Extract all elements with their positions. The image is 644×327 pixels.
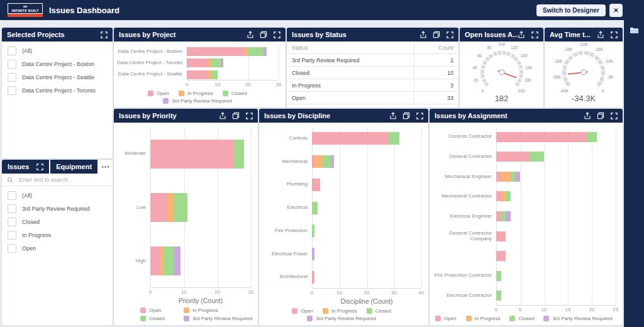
maximize-icon[interactable] bbox=[610, 112, 618, 119]
duplicate-icon[interactable] bbox=[597, 112, 604, 119]
bar-segment[interactable] bbox=[150, 193, 167, 222]
axis-title: Discipline (Count) bbox=[312, 296, 421, 306]
bar-segment[interactable] bbox=[221, 58, 224, 67]
bar-segment[interactable] bbox=[187, 47, 245, 56]
bar-segment[interactable] bbox=[312, 132, 389, 145]
bar-segment[interactable] bbox=[496, 291, 501, 301]
switch-to-designer-button[interactable]: Switch to Designer bbox=[536, 4, 606, 16]
duplicate-icon[interactable] bbox=[433, 31, 440, 38]
search-input[interactable] bbox=[18, 176, 108, 184]
bar-segment[interactable] bbox=[187, 58, 208, 67]
checkbox-item[interactable]: Closed bbox=[2, 215, 113, 228]
checkbox[interactable] bbox=[8, 204, 16, 213]
checkbox-item[interactable]: Data Centre Project - Toronto bbox=[2, 84, 113, 97]
bar-segment[interactable] bbox=[314, 155, 323, 168]
bar-segment[interactable] bbox=[312, 224, 314, 237]
export-icon[interactable] bbox=[518, 31, 525, 38]
checkbox-item[interactable]: Data Centre Project - Seattle bbox=[2, 70, 113, 84]
checkbox[interactable] bbox=[8, 47, 16, 55]
bar-segment[interactable] bbox=[312, 202, 318, 214]
folder-icon[interactable] bbox=[630, 25, 639, 33]
checkbox-item[interactable]: 3rd Party Review Required bbox=[2, 202, 113, 215]
bar-segment[interactable] bbox=[496, 132, 587, 142]
bar-segment[interactable] bbox=[312, 179, 320, 191]
bar-segment[interactable] bbox=[331, 155, 333, 168]
bar-segment[interactable] bbox=[496, 231, 506, 241]
table-row[interactable]: Closed10 bbox=[287, 67, 458, 79]
bar-segment[interactable] bbox=[211, 70, 218, 79]
bar-segment[interactable] bbox=[496, 271, 501, 281]
category-label: Electrical Contractor bbox=[432, 293, 496, 299]
checkbox[interactable] bbox=[8, 244, 16, 253]
checkbox[interactable] bbox=[8, 86, 16, 95]
bar-segment[interactable] bbox=[174, 193, 187, 222]
export-icon[interactable] bbox=[419, 31, 427, 38]
export-icon[interactable] bbox=[389, 112, 397, 119]
checkbox[interactable] bbox=[8, 73, 16, 82]
bar-segment[interactable] bbox=[312, 271, 314, 284]
column-header-count[interactable]: Count bbox=[414, 42, 458, 54]
maximize-icon[interactable] bbox=[36, 163, 43, 170]
checkbox[interactable] bbox=[8, 191, 16, 200]
maximize-icon[interactable] bbox=[531, 31, 538, 38]
export-icon[interactable] bbox=[584, 112, 591, 119]
checkbox-item[interactable]: Data Centre Project - Boston bbox=[2, 57, 113, 70]
bar-segment[interactable] bbox=[511, 172, 516, 182]
bar-segment[interactable] bbox=[496, 172, 501, 182]
bar-segment[interactable] bbox=[506, 211, 511, 221]
maximize-icon[interactable] bbox=[610, 31, 618, 38]
export-icon[interactable] bbox=[219, 112, 226, 119]
checkbox[interactable] bbox=[8, 60, 16, 69]
maximize-icon[interactable] bbox=[416, 112, 423, 119]
bar-segment[interactable] bbox=[164, 247, 174, 275]
maximize-icon[interactable] bbox=[273, 31, 280, 38]
maximize-icon[interactable] bbox=[100, 31, 108, 38]
bar-segment[interactable] bbox=[167, 193, 174, 222]
bar-segment[interactable] bbox=[496, 251, 506, 261]
duplicate-icon[interactable] bbox=[232, 112, 240, 119]
bar-segment[interactable] bbox=[312, 248, 314, 260]
close-button[interactable]: ✕ bbox=[609, 4, 623, 17]
bar-segment[interactable] bbox=[530, 152, 544, 162]
checkbox-item[interactable]: In Progress bbox=[2, 228, 113, 241]
bar-segment[interactable] bbox=[506, 191, 511, 201]
axis-tick: 30 bbox=[276, 82, 282, 87]
export-icon[interactable] bbox=[247, 31, 254, 38]
bar-segment[interactable] bbox=[264, 47, 267, 56]
bar-segment[interactable] bbox=[496, 211, 501, 221]
bar-segment[interactable] bbox=[496, 152, 530, 162]
bar-segment[interactable] bbox=[496, 191, 501, 201]
duplicate-icon[interactable] bbox=[402, 112, 410, 119]
bar-segment[interactable] bbox=[501, 172, 511, 182]
more-options-button[interactable]: ••• bbox=[99, 160, 113, 174]
bar-segment[interactable] bbox=[187, 70, 208, 79]
checkbox[interactable] bbox=[8, 218, 16, 226]
table-row[interactable]: 3rd Party Review Required2 bbox=[287, 54, 458, 67]
maximize-icon[interactable] bbox=[245, 112, 253, 119]
bar-segment[interactable] bbox=[211, 58, 221, 67]
checkbox-item[interactable]: (All) bbox=[2, 189, 113, 202]
table-row[interactable]: In Progress3 bbox=[287, 79, 458, 92]
bar-segment[interactable] bbox=[248, 47, 263, 56]
checkbox[interactable] bbox=[8, 231, 16, 240]
bar-segment[interactable] bbox=[515, 172, 520, 182]
column-header-status[interactable]: Status bbox=[287, 42, 414, 54]
bar-segment[interactable] bbox=[501, 211, 506, 221]
table-row[interactable]: Open33 bbox=[287, 92, 458, 104]
bar-segment[interactable] bbox=[150, 247, 160, 275]
maximize-icon[interactable] bbox=[446, 31, 453, 38]
bar-segment[interactable] bbox=[323, 155, 331, 168]
tab-equipment[interactable]: Equipment bbox=[50, 160, 97, 174]
bar-segment[interactable] bbox=[150, 140, 234, 169]
bar-segment[interactable] bbox=[389, 132, 399, 145]
issues-dashboard-app: ∞ INFINITE BUILT Issues Dashboard Switch… bbox=[0, 0, 644, 327]
bar-segment[interactable] bbox=[501, 191, 506, 201]
bar-segment[interactable] bbox=[234, 140, 244, 169]
bar-segment[interactable] bbox=[587, 132, 596, 142]
checkbox-item[interactable]: (All) bbox=[2, 44, 113, 57]
tab-issues[interactable]: Issues bbox=[2, 160, 49, 174]
duplicate-icon[interactable] bbox=[260, 31, 267, 38]
export-icon[interactable] bbox=[597, 31, 604, 38]
bar-segment[interactable] bbox=[174, 247, 180, 275]
checkbox-item[interactable]: Open bbox=[2, 241, 113, 255]
